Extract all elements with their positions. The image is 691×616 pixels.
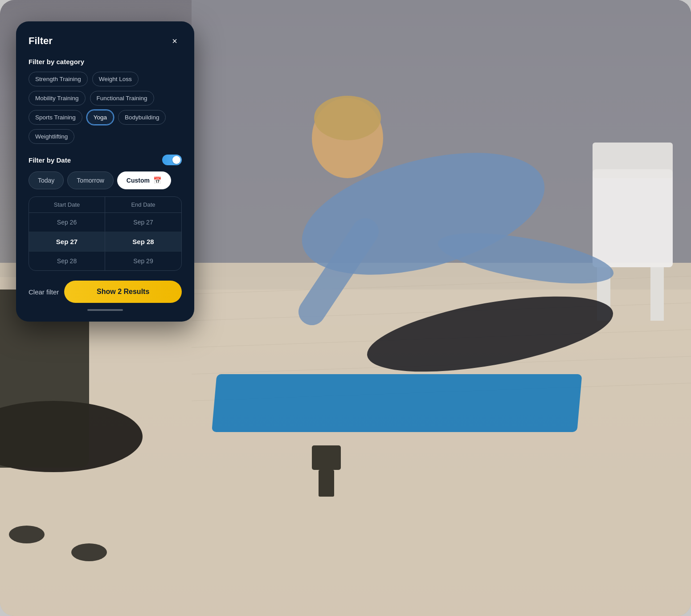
category-tags-container: Strength Training Weight Loss Mobility T…: [29, 72, 182, 144]
start-date-header: Start Date: [29, 197, 105, 212]
panel-footer: Clear filter Show 2 Results: [29, 281, 182, 303]
today-button[interactable]: Today: [29, 171, 64, 189]
tag-bodybuilding[interactable]: Bodybuilding: [118, 110, 166, 125]
bottom-indicator: [87, 309, 123, 311]
calendar-icon: 📅: [153, 176, 162, 184]
panel-header: Filter ×: [29, 34, 182, 48]
close-button[interactable]: ×: [168, 34, 182, 48]
floor-background: [0, 277, 691, 616]
tag-weightlifting[interactable]: Weightlifting: [29, 129, 74, 144]
tag-sports-training[interactable]: Sports Training: [29, 110, 82, 125]
panel-title: Filter: [29, 35, 53, 47]
date-picker: Start Date End Date Sep 26 Sep 27 Sep 27…: [29, 196, 182, 271]
tag-functional-training[interactable]: Functional Training: [90, 91, 154, 106]
date-section-title: Filter by Date: [29, 156, 71, 164]
custom-label: Custom: [127, 177, 150, 184]
filter-panel: Filter × Filter by category Strength Tra…: [16, 21, 194, 322]
tomorrow-button[interactable]: Tomorrow: [67, 171, 113, 189]
tag-yoga[interactable]: Yoga: [87, 110, 114, 125]
end-date-header: End Date: [105, 197, 181, 212]
date-cell-end-0: Sep 27: [105, 213, 181, 232]
date-cell-start-2: Sep 28: [29, 252, 105, 270]
tag-mobility-training[interactable]: Mobility Training: [29, 91, 86, 106]
date-row-2[interactable]: Sep 28 Sep 29: [29, 252, 181, 270]
show-results-button[interactable]: Show 2 Results: [64, 281, 182, 303]
date-row-0[interactable]: Sep 26 Sep 27: [29, 213, 181, 232]
date-cell-end-2: Sep 29: [105, 252, 181, 270]
clear-filter-button[interactable]: Clear filter: [29, 286, 59, 298]
category-section-title: Filter by category: [29, 58, 182, 65]
custom-button[interactable]: Custom 📅: [117, 171, 171, 189]
date-row-1[interactable]: Sep 27 Sep 28: [29, 232, 181, 252]
date-buttons-row: Today Tomorrow Custom 📅: [29, 171, 182, 189]
date-cell-start-1: Sep 27: [29, 232, 105, 251]
tag-weight-loss[interactable]: Weight Loss: [92, 72, 139, 86]
date-filter-toggle[interactable]: [162, 155, 182, 165]
date-picker-header: Start Date End Date: [29, 197, 181, 213]
tag-strength-training[interactable]: Strength Training: [29, 72, 88, 86]
date-cell-start-0: Sep 26: [29, 213, 105, 232]
date-section-header: Filter by Date: [29, 155, 182, 165]
date-cell-end-1: Sep 28: [105, 232, 181, 251]
